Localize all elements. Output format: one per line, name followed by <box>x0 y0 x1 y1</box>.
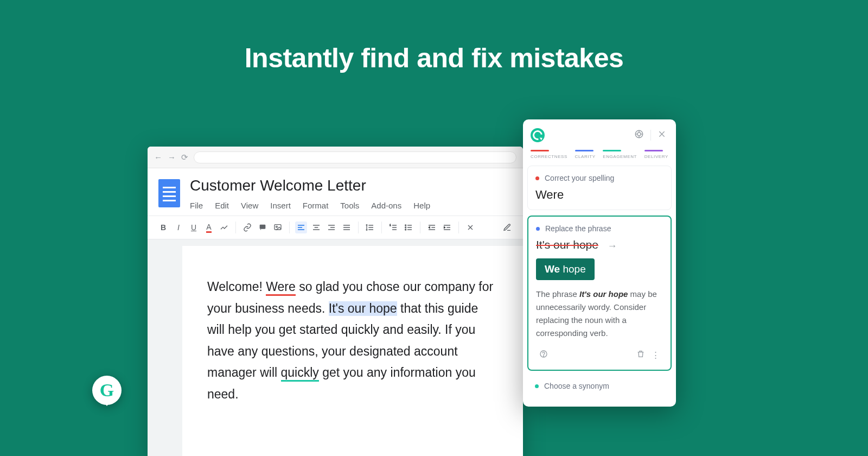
image-button[interactable] <box>272 221 284 233</box>
error-spelling[interactable]: Were <box>266 280 296 296</box>
apply-suggestion-button[interactable]: We hope <box>536 258 595 280</box>
trash-icon[interactable] <box>633 347 648 362</box>
separator <box>358 221 359 233</box>
tab-correctness[interactable]: CORRECTNESS <box>531 150 567 159</box>
engagement-dot-icon <box>535 384 539 388</box>
menu-edit[interactable]: Edit <box>215 201 229 210</box>
card-header: Replace the phrase <box>545 224 611 233</box>
goals-icon[interactable] <box>632 127 646 143</box>
indent-decrease-button[interactable] <box>426 221 438 233</box>
category-tabs: CORRECTNESS CLARITY ENGAGEMENT DELIVERY <box>523 149 676 166</box>
separator <box>381 221 382 233</box>
highlight-button[interactable] <box>218 221 230 233</box>
suggestion-card-clarity[interactable]: Replace the phrase It's our hope → We ho… <box>527 216 672 371</box>
doc-title[interactable]: Customer Welcome Letter <box>190 177 512 194</box>
back-icon[interactable]: ← <box>154 153 162 162</box>
line-spacing-button[interactable] <box>364 221 376 233</box>
svg-point-4 <box>405 225 406 226</box>
text-color-button[interactable]: A <box>203 221 215 233</box>
tab-engagement[interactable]: ENGAGEMENT <box>603 150 637 159</box>
svg-rect-0 <box>260 225 266 229</box>
url-field[interactable] <box>194 151 516 163</box>
menu-view[interactable]: View <box>241 201 258 210</box>
indent-increase-button[interactable] <box>441 221 453 233</box>
info-icon[interactable] <box>536 347 551 362</box>
grammarly-g-icon: G <box>100 380 114 401</box>
tab-delivery[interactable]: DELIVERY <box>644 150 668 159</box>
arrow-right-icon: → <box>607 240 617 252</box>
error-clarity[interactable]: It's our hope <box>329 301 397 316</box>
menu-tools[interactable]: Tools <box>340 201 359 210</box>
close-icon[interactable] <box>655 128 668 143</box>
svg-point-6 <box>405 229 406 230</box>
link-button[interactable] <box>241 221 253 233</box>
hero-title: Instantly find and fix mistakes <box>0 0 868 74</box>
browser-urlbar: ← → ⟳ <box>148 147 523 168</box>
bulleted-list-button[interactable] <box>403 221 414 233</box>
menu-insert[interactable]: Insert <box>270 201 291 210</box>
suggestion-card-synonym[interactable]: Choose a synonym <box>523 376 676 396</box>
svg-point-8 <box>637 132 641 136</box>
docs-app-icon <box>158 179 180 207</box>
separator <box>458 221 459 233</box>
grammarly-panel: CORRECTNESS CLARITY ENGAGEMENT DELIVERY … <box>523 119 676 407</box>
doc-canvas: Welcome! Were so glad you chose our comp… <box>148 239 523 456</box>
comment-button[interactable] <box>257 221 269 233</box>
doc-body[interactable]: Welcome! Were so glad you chose our comp… <box>182 246 523 456</box>
forward-icon[interactable]: → <box>168 153 176 162</box>
numbered-list-button[interactable]: 1 <box>387 221 399 233</box>
align-right-button[interactable] <box>326 221 337 233</box>
doc-menu: File Edit View Insert Format Tools Add-o… <box>190 201 512 210</box>
separator <box>235 221 236 233</box>
more-icon[interactable]: ⋮ <box>648 348 663 362</box>
clarity-dot-icon <box>536 227 540 231</box>
align-left-button[interactable] <box>295 221 307 233</box>
card-header: Correct your spelling <box>545 174 614 182</box>
reload-icon[interactable]: ⟳ <box>181 153 188 162</box>
tab-clarity[interactable]: CLARITY <box>575 150 596 159</box>
body-text: Welcome! <box>207 280 266 294</box>
align-justify-button[interactable] <box>341 221 353 233</box>
svg-point-5 <box>405 227 406 228</box>
correctness-dot-icon <box>535 176 539 180</box>
menu-addons[interactable]: Add-ons <box>371 201 401 210</box>
underline-button[interactable]: U <box>188 221 200 233</box>
svg-text:1: 1 <box>390 224 391 226</box>
separator <box>650 130 651 141</box>
docs-window: ← → ⟳ Customer Welcome Letter File Edit … <box>148 147 523 456</box>
svg-point-2 <box>276 226 278 227</box>
card-header: Choose a synonym <box>544 382 609 390</box>
separator <box>420 221 420 233</box>
original-phrase: It's our hope <box>536 238 598 251</box>
grammarly-badge[interactable]: G <box>92 376 122 405</box>
svg-point-10 <box>543 356 544 356</box>
explanation-text: The phrase It's our hope may be unnecess… <box>536 288 663 340</box>
formatting-toolbar: B I U A <box>148 216 523 239</box>
menu-help[interactable]: Help <box>413 201 430 210</box>
bold-button[interactable]: B <box>157 221 169 233</box>
align-center-button[interactable] <box>310 221 322 233</box>
error-engagement[interactable]: quickly <box>281 365 319 382</box>
suggestion-card-spelling[interactable]: Correct your spelling Were <box>527 166 672 210</box>
menu-format[interactable]: Format <box>303 201 329 210</box>
edit-mode-button[interactable] <box>501 221 513 233</box>
doc-header: Customer Welcome Letter File Edit View I… <box>148 168 523 216</box>
card-word: Were <box>535 188 663 202</box>
menu-file[interactable]: File <box>190 201 203 210</box>
grammarly-logo-icon <box>531 128 545 142</box>
italic-button[interactable]: I <box>173 221 184 233</box>
clear-formatting-button[interactable] <box>464 221 476 233</box>
separator <box>289 221 290 233</box>
